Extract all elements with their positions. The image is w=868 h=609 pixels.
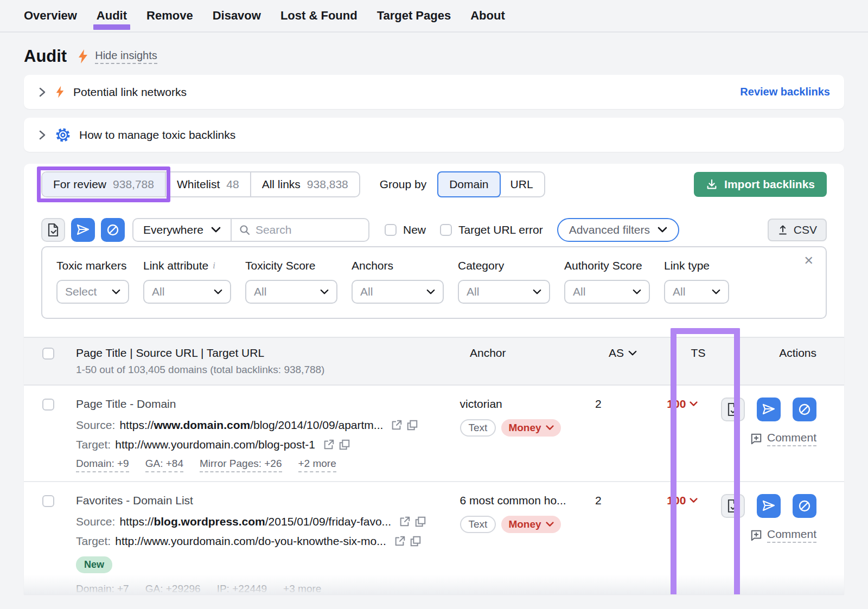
chevron-down-icon <box>112 289 120 295</box>
toxic-markers-select[interactable]: Select <box>56 280 129 304</box>
target-url[interactable]: http://www.yourdomain.com/do-you-knowthe… <box>115 535 386 548</box>
group-by-url-option[interactable]: URL <box>500 172 544 196</box>
external-link-icon[interactable] <box>391 419 403 431</box>
document-check-icon <box>47 223 59 236</box>
nav-item-lost-found[interactable]: Lost & Found <box>280 9 358 23</box>
nav-item-target-pages[interactable]: Target Pages <box>377 9 451 23</box>
source-url[interactable]: https://blog.wordpress.com/2015/01/09/fr… <box>119 515 391 528</box>
copy-icon[interactable] <box>414 516 426 528</box>
nav-item-disavow[interactable]: Disavow <box>213 9 261 23</box>
hide-insights-link[interactable]: Hide insights <box>95 49 157 64</box>
nav-item-remove[interactable]: Remove <box>146 9 193 23</box>
table-toolbar: Everywhere New Target URL error <box>41 218 827 242</box>
stat-domain[interactable]: Domain: +7 <box>76 583 129 594</box>
filter-link-type: Link type All <box>664 259 729 304</box>
group-by-domain-option[interactable]: Domain <box>437 171 500 197</box>
manage-toxic-backlinks-panel[interactable]: How to manage toxic backlinks <box>24 118 844 152</box>
authority-score-select[interactable]: All <box>564 280 650 304</box>
filter-new-checkbox[interactable]: New <box>385 223 426 236</box>
filter-target-url-error-checkbox[interactable]: Target URL error <box>440 223 543 236</box>
target-url[interactable]: http://www.yourdomain.com/blog-post-1 <box>115 438 315 451</box>
source-label: Source: <box>76 419 115 432</box>
move-to-review-button[interactable] <box>41 218 65 242</box>
anchors-select[interactable]: All <box>352 280 444 304</box>
nav-item-overview[interactable]: Overview <box>24 9 77 23</box>
block-disavow-button[interactable] <box>793 494 816 518</box>
stat-more[interactable]: +3 more <box>283 583 321 594</box>
copy-icon[interactable] <box>339 439 350 451</box>
search-icon <box>239 225 250 235</box>
link-attribute-select[interactable]: All <box>143 280 231 304</box>
whitelist-send-button[interactable] <box>757 494 781 518</box>
stat-ga[interactable]: GA: +29296 <box>145 583 201 594</box>
import-backlinks-button[interactable]: Import backlinks <box>694 172 827 197</box>
nav-item-about[interactable]: About <box>470 9 505 23</box>
select-all-checkbox[interactable] <box>42 348 54 360</box>
review-backlinks-link[interactable]: Review backlinks <box>740 86 830 98</box>
copy-icon[interactable] <box>406 419 418 431</box>
search-scope-dropdown[interactable]: Everywhere <box>133 219 232 241</box>
external-link-icon[interactable] <box>399 516 411 528</box>
chevron-down-icon <box>658 227 667 233</box>
link-type-select[interactable]: All <box>664 280 729 304</box>
document-check-icon <box>727 403 739 416</box>
chevron-down-icon <box>214 289 222 295</box>
stat-mirror-pages[interactable]: Mirror Pages: +26 <box>200 458 282 472</box>
comment-link[interactable]: Comment <box>750 528 816 543</box>
row-checkbox[interactable] <box>42 495 54 507</box>
external-link-icon[interactable] <box>394 535 406 547</box>
checkbox[interactable] <box>385 224 397 236</box>
authority-score-value: 2 <box>595 398 602 410</box>
external-link-icon[interactable] <box>323 439 335 451</box>
copy-icon[interactable] <box>410 535 422 547</box>
stat-ip[interactable]: IP: +22449 <box>217 583 267 594</box>
checkbox[interactable] <box>440 224 452 236</box>
whitelist-send-button[interactable] <box>71 218 95 242</box>
tab-whitelist[interactable]: Whitelist 48 <box>165 172 250 196</box>
backlink-audit-page: Overview Audit Remove Disavow Lost & Fou… <box>0 0 868 609</box>
filter-link-attribute: Link attributei All <box>143 259 231 304</box>
block-icon <box>798 499 811 512</box>
anchor-category-badge[interactable]: Money <box>501 516 560 533</box>
toxicity-score-value[interactable]: 100 <box>667 398 698 411</box>
stat-domain[interactable]: Domain: +9 <box>76 458 129 472</box>
table-pagination-summary: 1-50 out of 103,405 domains (total backl… <box>76 364 470 376</box>
source-url[interactable]: https://www.domain.com/blog/2014/10/09/a… <box>119 419 383 432</box>
for-review-count: 938,788 <box>113 178 154 191</box>
stat-ga[interactable]: GA: +84 <box>145 458 183 472</box>
chevron-down-icon <box>426 289 435 295</box>
backlink-page-title[interactable]: Favorites - Domain List <box>76 494 460 507</box>
search-group: Everywhere <box>132 218 369 242</box>
move-to-review-button[interactable] <box>721 398 745 421</box>
stat-more[interactable]: +2 more <box>298 458 336 472</box>
comment-link[interactable]: Comment <box>750 431 816 446</box>
chevron-down-icon <box>690 401 698 407</box>
panel-title: Potential link networks <box>73 86 187 99</box>
backlinks-table: Page Title | Source URL | Target URL 1-5… <box>24 337 844 594</box>
whitelist-send-button[interactable] <box>757 398 781 421</box>
tab-for-review[interactable]: For review 938,788 <box>42 172 165 196</box>
row-checkbox[interactable] <box>42 399 54 411</box>
chevron-down-icon <box>533 289 541 295</box>
document-check-icon <box>727 499 739 512</box>
backlink-page-title[interactable]: Page Title - Domain <box>76 398 460 411</box>
filter-toxicity-score: Toxicity Score All <box>245 259 337 304</box>
export-csv-button[interactable]: CSV <box>768 219 827 241</box>
page-title: Audit <box>24 47 67 66</box>
column-header-as-sort[interactable]: AS <box>609 347 659 360</box>
tab-all-links[interactable]: All links 938,838 <box>250 172 359 196</box>
category-select[interactable]: All <box>458 280 550 304</box>
gear-icon <box>55 127 71 143</box>
search-input[interactable] <box>256 223 361 236</box>
potential-link-networks-panel[interactable]: Potential link networks Review backlinks <box>24 75 844 109</box>
advanced-filters-button[interactable]: Advanced filters <box>557 218 679 242</box>
move-to-review-button[interactable] <box>721 494 745 518</box>
close-filters-icon[interactable]: ✕ <box>804 255 814 267</box>
toxicity-score-value[interactable]: 100 <box>667 494 698 507</box>
nav-item-audit[interactable]: Audit <box>97 9 127 23</box>
info-icon[interactable]: i <box>213 261 215 271</box>
toxicity-score-select[interactable]: All <box>245 280 337 304</box>
anchor-category-badge[interactable]: Money <box>501 419 560 437</box>
block-disavow-button[interactable] <box>101 218 125 242</box>
block-disavow-button[interactable] <box>793 398 816 421</box>
